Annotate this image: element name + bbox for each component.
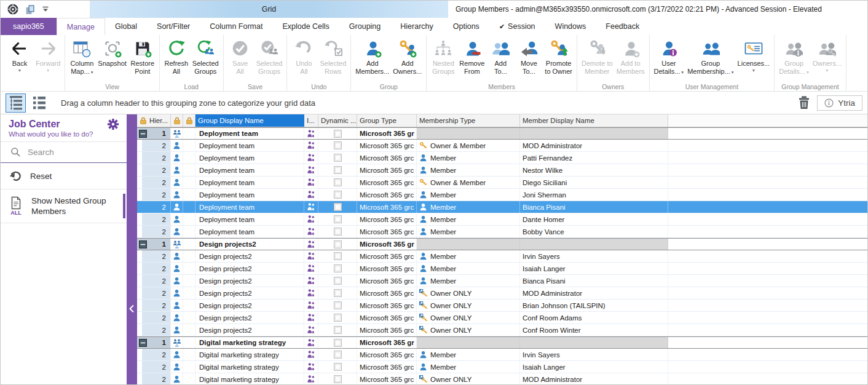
cell-row-type-icon[interactable] [171, 152, 183, 164]
cell-lock[interactable] [183, 275, 195, 287]
cell-group-type[interactable]: Microsoft 365 grc [357, 324, 417, 336]
trash-icon[interactable] [797, 95, 811, 110]
ribbon-button-restore-point[interactable]: RestorePoint [128, 37, 157, 76]
dynamic-membership-checkbox[interactable] [334, 252, 342, 260]
dynamic-membership-checkbox[interactable] [334, 166, 342, 174]
cell-row-type-icon[interactable] [171, 213, 183, 225]
cell-member-display-name[interactable]: Patti Fernandez [520, 152, 668, 164]
column-header-group-display-name[interactable]: Group Display Name [195, 114, 304, 127]
cell-group-display-name[interactable]: Deployment team [195, 189, 304, 200]
cell-lock[interactable] [183, 300, 195, 311]
cell-lock[interactable] [183, 287, 195, 299]
cell-row-type-icon[interactable] [171, 300, 183, 311]
column-header-membership-type[interactable]: Membership Type [417, 114, 520, 127]
ribbon-button-add-to[interactable]: AddTo... [486, 37, 515, 76]
cell-group-display-name[interactable]: Design projects2 [195, 275, 304, 287]
collapse-minus-icon[interactable] [139, 130, 147, 138]
cell-dynamic-checkbox[interactable] [318, 275, 357, 287]
cell-group-type[interactable]: Microsoft 365 grc [357, 300, 417, 311]
cell-group-type[interactable]: Microsoft 365 grc [357, 226, 417, 237]
cell-group-type[interactable]: Microsoft 365 grc [357, 189, 417, 200]
cell-row-type-icon[interactable] [171, 349, 183, 360]
sidebar-item-show-nested-group-members[interactable]: ALL Show Nested Group Members [1, 189, 127, 223]
cell-group-type[interactable]: Microsoft 365 grc [357, 152, 417, 164]
cell-membership-type[interactable]: Owner & Member [417, 140, 520, 151]
column-header-i[interactable]: I... [304, 114, 318, 127]
cell-membership-type[interactable]: Member [417, 349, 520, 360]
flat-view-button[interactable] [29, 93, 49, 113]
cell-group-kind-icon[interactable] [304, 275, 318, 287]
tab-windows[interactable]: Windows [545, 18, 596, 35]
member-row[interactable]: 2Design projects2Microsoft 365 grcMember… [137, 250, 867, 263]
cell-row-type-icon[interactable] [171, 312, 183, 323]
cell-membership-type[interactable]: Member [417, 263, 520, 274]
ribbon-button-licenses[interactable]: Licenses...▾ [736, 37, 772, 74]
dynamic-membership-checkbox[interactable] [334, 339, 342, 347]
column-header-group-type[interactable]: Group Type [357, 114, 417, 127]
cell-dynamic-checkbox[interactable] [318, 140, 357, 151]
column-header-hier[interactable]: Hier... [137, 114, 171, 127]
cell-lock[interactable] [183, 189, 195, 200]
cell-group-type[interactable]: Microsoft 365 grc [357, 140, 417, 151]
dynamic-membership-checkbox[interactable] [334, 314, 342, 322]
cell-row-type-icon[interactable] [171, 177, 183, 188]
cell-hierarchy[interactable]: 2 [137, 177, 171, 188]
ribbon-button-move-to[interactable]: MoveTo... [515, 37, 543, 76]
dynamic-membership-checkbox[interactable] [334, 375, 342, 383]
cell-group-kind-icon[interactable] [304, 164, 318, 176]
cell-membership-type[interactable]: Member [417, 164, 520, 176]
cell-membership-type[interactable]: Owner & Member [417, 177, 520, 188]
cell-group-kind-icon[interactable] [304, 337, 318, 348]
column-header-lock-2[interactable] [183, 114, 195, 127]
cell-row-type-icon[interactable] [171, 140, 183, 151]
cell-group-type[interactable]: Microsoft 365 grc [357, 373, 417, 384]
dynamic-membership-checkbox[interactable] [334, 228, 342, 236]
cell-group-type[interactable]: Microsoft 365 grc [357, 312, 417, 323]
cell-dynamic-checkbox[interactable] [318, 213, 357, 225]
cell-group-type[interactable]: Microsoft 365 grc [357, 201, 417, 213]
cell-group-type[interactable]: Microsoft 365 grc [357, 287, 417, 299]
search-input[interactable] [28, 148, 114, 157]
cell-group-display-name[interactable]: Deployment team [195, 164, 304, 176]
cell-lock[interactable] [183, 226, 195, 237]
cell-dynamic-checkbox[interactable] [318, 287, 357, 299]
cell-group-display-name[interactable]: Deployment team [195, 140, 304, 151]
cell-hierarchy[interactable]: 2 [137, 189, 171, 200]
cell-dynamic-checkbox[interactable] [318, 189, 357, 200]
dynamic-membership-checkbox[interactable] [334, 178, 342, 186]
cell-lock[interactable] [183, 373, 195, 384]
cell-hierarchy[interactable]: 2 [137, 164, 171, 176]
cell-hierarchy[interactable]: 2 [137, 250, 171, 262]
sidebar-item-reset[interactable]: Reset [1, 163, 127, 189]
group-view-button[interactable] [6, 93, 26, 113]
dynamic-membership-checkbox[interactable] [334, 130, 342, 138]
member-row[interactable]: 2Deployment teamMicrosoft 365 grcMemberB… [137, 226, 867, 238]
cell-lock[interactable] [183, 201, 195, 213]
cell-dynamic-checkbox[interactable] [318, 128, 357, 139]
ribbon-button-remove-from[interactable]: RemoveFrom [457, 37, 486, 76]
cell-dynamic-checkbox[interactable] [318, 226, 357, 237]
cell-group-type[interactable]: Microsoft 365 gr [357, 239, 417, 250]
collapse-minus-icon[interactable] [139, 339, 147, 347]
cell-membership-type[interactable]: Member [417, 226, 520, 237]
qat-customize-caret-icon[interactable] [41, 6, 50, 13]
cell-dynamic-checkbox[interactable] [318, 312, 357, 323]
dynamic-membership-checkbox[interactable] [334, 191, 342, 199]
cell-group-type[interactable]: Microsoft 365 gr [357, 337, 417, 348]
cell-membership-type[interactable]: Owner ONLY [417, 300, 520, 311]
cell-membership-type[interactable]: Owner ONLY [417, 373, 520, 384]
cell-hierarchy[interactable]: 2 [137, 263, 171, 274]
cell-membership-type[interactable]: Member [417, 361, 520, 373]
member-row[interactable]: 2Deployment teamMicrosoft 365 grcOwner &… [137, 177, 867, 189]
member-row[interactable]: 2Deployment teamMicrosoft 365 grcMemberP… [137, 152, 867, 164]
cell-membership-type[interactable]: Member [417, 213, 520, 225]
cell-member-display-name[interactable]: Conf Room Winter [520, 324, 668, 336]
member-row[interactable]: 2Digital marketing strategyMicrosoft 365… [137, 349, 867, 361]
cell-group-display-name[interactable]: Deployment team [195, 213, 304, 225]
cell-dynamic-checkbox[interactable] [318, 349, 357, 360]
cell-row-type-icon[interactable] [171, 263, 183, 274]
tab-grouping[interactable]: Grouping [339, 18, 390, 35]
cell-lock[interactable] [183, 349, 195, 360]
column-header-dynamic[interactable]: Dynamic ... [318, 114, 357, 127]
cell-row-type-icon[interactable] [171, 189, 183, 200]
